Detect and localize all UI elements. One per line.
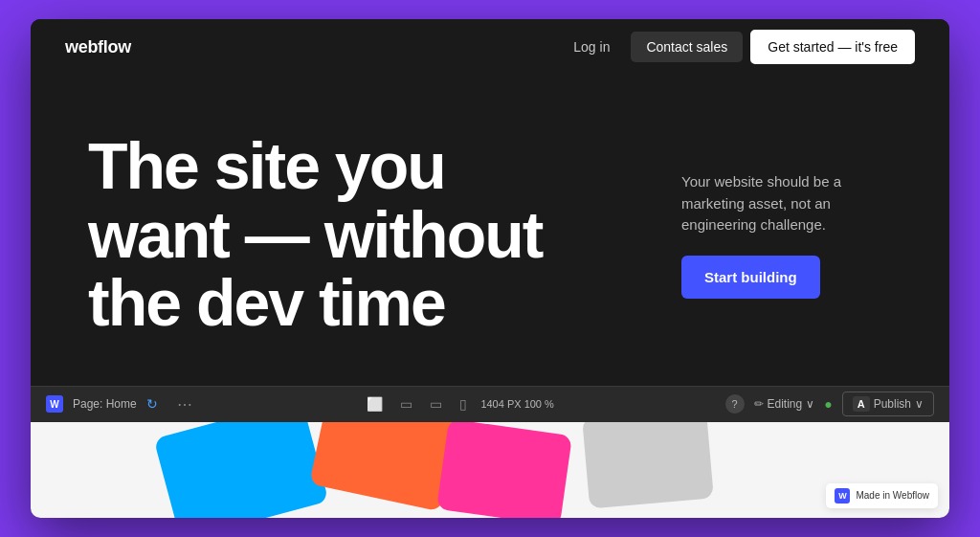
- toolbar-center: ⬜ ▭ ▭ ▯ 1404 PX 100 %: [363, 394, 553, 414]
- more-options-icon[interactable]: ⋯: [177, 395, 192, 414]
- hero-subtext: Your website should be a marketing asset…: [681, 171, 892, 236]
- chevron-down-icon: ∨: [806, 397, 814, 411]
- desktop-view-button[interactable]: ⬜: [363, 394, 387, 414]
- mobile-landscape-button[interactable]: ▭: [426, 394, 446, 414]
- publish-button[interactable]: A Publish ∨: [842, 392, 934, 416]
- publish-status-icon: ●: [824, 396, 832, 412]
- publish-chevron-icon: ∨: [915, 397, 924, 411]
- start-building-button[interactable]: Start building: [681, 256, 820, 299]
- mobile-portrait-button[interactable]: ▯: [456, 394, 471, 414]
- hero-headline: The site you want — without the dev time: [88, 132, 586, 337]
- toolbar-right: ? ✏ Editing ∨ ● A Publish ∨: [725, 392, 934, 416]
- contact-sales-button[interactable]: Contact sales: [631, 32, 743, 62]
- help-button[interactable]: ?: [725, 394, 745, 414]
- tablet-view-button[interactable]: ▭: [396, 394, 416, 414]
- webflow-badge-icon: W: [835, 488, 850, 503]
- card-container: [31, 422, 949, 518]
- editing-mode[interactable]: ✏ Editing ∨: [754, 397, 815, 411]
- made-in-webflow-text: Made in Webflow: [856, 490, 929, 501]
- a-icon: A: [853, 396, 870, 412]
- webflow-toolbar: W Page: Home ↻ ⋯ ⬜ ▭ ▭ ▯ 1404 PX 100 % ?…: [31, 386, 949, 422]
- made-in-webflow-badge[interactable]: W Made in Webflow: [826, 483, 938, 508]
- webflow-w-icon: W: [46, 395, 63, 413]
- navbar: webflow Log in Contact sales Get started…: [31, 19, 949, 75]
- login-button[interactable]: Log in: [560, 32, 623, 62]
- card-pink: [436, 422, 572, 518]
- logo: webflow: [65, 37, 131, 57]
- browser-frame: webflow Log in Contact sales Get started…: [31, 19, 949, 517]
- get-started-button[interactable]: Get started — it's free: [750, 30, 915, 64]
- editing-label: Editing: [768, 397, 803, 411]
- card-blue: [153, 422, 328, 518]
- hero-left: The site you want — without the dev time: [88, 132, 586, 337]
- publish-label: Publish: [874, 397, 911, 411]
- nav-actions: Log in Contact sales Get started — it's …: [560, 30, 915, 64]
- pencil-icon: ✏: [754, 397, 764, 411]
- hero-section: The site you want — without the dev time…: [31, 75, 949, 385]
- viewport-size: 1404 PX 100 %: [480, 398, 553, 410]
- refresh-icon[interactable]: ↻: [146, 396, 158, 412]
- hero-right: Your website should be a marketing asset…: [681, 171, 892, 299]
- bottom-preview: W Made in Webflow: [31, 422, 949, 518]
- toolbar-left: W Page: Home ↻ ⋯: [46, 395, 192, 414]
- card-gray: [582, 422, 714, 508]
- page-label: Page: Home: [73, 397, 137, 411]
